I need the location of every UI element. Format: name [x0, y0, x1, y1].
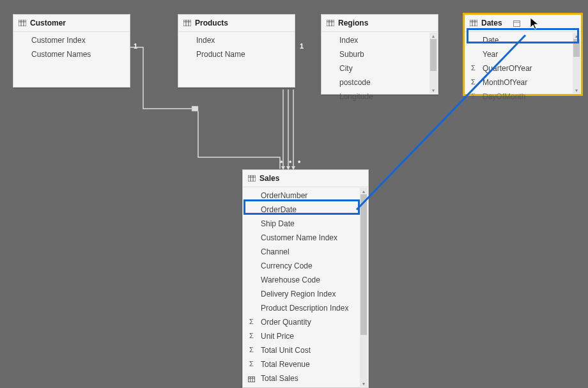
field-list-products: Index Product Name	[178, 32, 295, 63]
field-products-name[interactable]: Product Name	[178, 47, 295, 61]
field-list-sales: OrderNumber OrderDate Ship Date Customer…	[243, 187, 368, 387]
cardinality-many: *	[289, 159, 291, 167]
svg-rect-10	[327, 20, 334, 26]
scrollbar-dates[interactable]: ▴ ▾	[573, 33, 580, 93]
field-dates-quarter[interactable]: ΣQuarterOfYear	[465, 61, 581, 75]
cardinality-one: 1	[134, 42, 137, 50]
cardinality-one: 1	[300, 42, 304, 50]
scrollbar-thumb[interactable]	[573, 39, 580, 57]
table-mini-icon	[248, 375, 255, 384]
table-customer[interactable]: Customer Customer Index Customer Names	[13, 14, 130, 88]
scrollbar-thumb[interactable]	[430, 39, 437, 71]
table-icon	[183, 20, 191, 26]
sigma-icon: Σ	[471, 92, 476, 100]
table-header-dates: Dates	[465, 15, 581, 32]
field-sales-totalrevenue[interactable]: ΣTotal Revenue	[243, 357, 368, 371]
field-list-customer: Customer Index Customer Names	[13, 32, 130, 63]
svg-rect-24	[249, 377, 255, 382]
field-sales-totalunitcost[interactable]: ΣTotal Unit Cost	[243, 343, 368, 357]
table-title: Products	[195, 19, 228, 27]
scroll-down-arrow[interactable]: ▾	[429, 87, 437, 93]
svg-rect-20	[248, 175, 256, 182]
table-header-customer: Customer	[13, 15, 130, 32]
svg-rect-18	[514, 21, 520, 27]
cardinality-many: *	[280, 159, 282, 167]
field-customer-names[interactable]: Customer Names	[13, 47, 130, 61]
scroll-up-arrow[interactable]: ▴	[429, 33, 437, 39]
table-icon	[470, 20, 477, 26]
scrollbar-sales[interactable]: ▴ ▾	[360, 188, 368, 387]
svg-rect-14	[470, 20, 477, 26]
table-title: Sales	[259, 174, 279, 183]
field-sales-currency[interactable]: Currency Code	[243, 259, 368, 273]
field-sales-channel[interactable]: Channel	[243, 245, 368, 259]
sigma-icon: Σ	[249, 346, 254, 353]
field-regions-city[interactable]: City	[321, 61, 438, 75]
field-customer-index[interactable]: Customer Index	[13, 33, 130, 47]
table-products[interactable]: Products Index Product Name	[178, 14, 295, 88]
field-dates-month[interactable]: ΣMonthOfYear	[465, 75, 581, 89]
scroll-up-arrow[interactable]: ▴	[573, 33, 580, 39]
field-sales-orderdate[interactable]: OrderDate	[243, 203, 368, 217]
table-icon	[327, 20, 334, 26]
table-header-products: Products	[178, 15, 295, 32]
field-regions-longitude[interactable]: Longitude	[321, 89, 438, 104]
svg-rect-0	[192, 106, 198, 111]
field-sales-custnameidx[interactable]: Customer Name Index	[243, 231, 368, 245]
field-dates-day[interactable]: ΣDayOfMonth	[465, 89, 581, 104]
sigma-icon: Σ	[249, 318, 254, 325]
sigma-icon: Σ	[471, 64, 476, 72]
table-title: Customer	[30, 19, 66, 27]
table-header-regions: Regions	[321, 15, 438, 32]
scroll-up-arrow[interactable]: ▴	[360, 188, 368, 194]
scroll-down-arrow[interactable]: ▾	[573, 87, 580, 93]
calendar-icon	[513, 20, 520, 27]
field-sales-unitprice[interactable]: ΣUnit Price	[243, 329, 368, 343]
field-sales-deliveryregion[interactable]: Delivery Region Index	[243, 287, 368, 301]
field-dates-year[interactable]: Year	[465, 47, 581, 61]
field-regions-suburb[interactable]: Suburb	[321, 47, 438, 61]
field-sales-ordernumber[interactable]: OrderNumber	[243, 189, 368, 203]
field-sales-totalsales[interactable]: Total Sales	[243, 371, 368, 385]
scrollbar-thumb[interactable]	[360, 194, 367, 335]
field-sales-shipdate[interactable]: Ship Date	[243, 217, 368, 231]
field-sales-productdesc[interactable]: Product Description Index	[243, 301, 368, 315]
table-icon	[248, 175, 256, 182]
table-sales[interactable]: Sales OrderNumber OrderDate Ship Date Cu…	[242, 169, 369, 388]
sigma-icon: Σ	[249, 360, 254, 368]
field-list-dates: Date Year ΣQuarterOfYear ΣMonthOfYear ΣD…	[465, 32, 581, 105]
field-sales-orderqty[interactable]: ΣOrder Quantity	[243, 315, 368, 329]
field-dates-date[interactable]: Date	[465, 33, 581, 47]
field-list-regions: Index Suburb City postcode Longitude	[321, 32, 438, 105]
table-header-sales: Sales	[243, 170, 368, 187]
table-icon	[19, 20, 26, 26]
svg-rect-2	[19, 20, 26, 26]
scrollbar-regions[interactable]: ▴ ▾	[429, 33, 437, 93]
svg-rect-6	[183, 20, 191, 26]
field-products-index[interactable]: Index	[178, 33, 295, 47]
table-title: Regions	[338, 19, 368, 27]
table-title: Dates	[481, 19, 502, 27]
field-regions-postcode[interactable]: postcode	[321, 75, 438, 89]
scroll-down-arrow[interactable]: ▾	[360, 380, 368, 387]
table-regions[interactable]: Regions Index Suburb City postcode Longi…	[321, 14, 438, 95]
sigma-icon: Σ	[471, 78, 476, 86]
cardinality-many: *	[298, 159, 300, 167]
field-regions-index[interactable]: Index	[321, 33, 438, 47]
sigma-icon: Σ	[249, 332, 254, 339]
table-dates[interactable]: Dates Date Year ΣQuarterOfYear ΣMonthOfY…	[464, 14, 582, 95]
field-sales-warehouse[interactable]: Warehouse Code	[243, 273, 368, 287]
